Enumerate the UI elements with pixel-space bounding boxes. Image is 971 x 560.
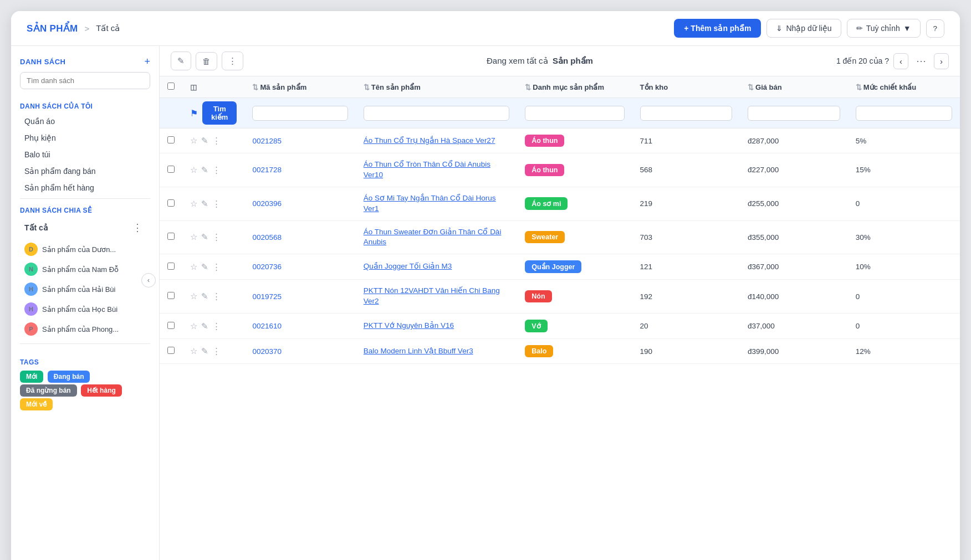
shared-item-phong[interactable]: P Sản phẩm của Phong... [20,319,150,339]
delete-button[interactable]: 🗑 [196,52,217,70]
row-checkbox-4[interactable] [167,263,175,270]
col-price[interactable]: ⇅Giá bán [740,76,848,98]
more-row-icon[interactable]: ⋮ [212,165,221,175]
product-code-cell: 0021728 [244,153,355,187]
add-list-button[interactable]: + [144,56,150,68]
filter-stock-input[interactable] [640,106,732,121]
sidebar-item-dang-ban[interactable]: Sản phẩm đang bán [20,163,150,179]
more-row-icon[interactable]: ⋮ [212,262,221,272]
edit-row-icon[interactable]: ✎ [201,262,208,272]
product-name-link[interactable]: Balo Modern Linh Vật Bbuff Ver3 [364,347,473,355]
sidebar-item-het-hang[interactable]: Sản phẩm hết hàng [20,179,150,196]
row-checkbox-6[interactable] [167,322,175,329]
edit-row-icon[interactable]: ✎ [201,165,208,175]
product-name-link[interactable]: Áo Thun Cổ Trụ Ngắn Hà Space Ver27 [364,136,495,145]
edit-row-icon[interactable]: ✎ [201,136,208,146]
edit-row-icon[interactable]: ✎ [201,291,208,301]
star-icon[interactable]: ☆ [190,291,197,301]
row-checkbox-1[interactable] [167,166,175,173]
row-checkbox-0[interactable] [167,136,175,143]
filter-code-input[interactable] [252,106,347,121]
sidebar-item-quan-ao[interactable]: Quần áo [20,113,150,130]
edit-row-icon[interactable]: ✎ [201,232,208,242]
sidebar-item-phu-kien[interactable]: Phụ kiện [20,130,150,146]
pagination-info: 1 đến 20 của ? [836,56,889,65]
more-row-icon[interactable]: ⋮ [212,291,221,301]
add-product-button[interactable]: + Thêm sản phẩm [674,19,761,38]
sidebar-collapse-button[interactable]: ‹ [141,273,156,287]
edit-row-icon[interactable]: ✎ [201,199,208,209]
pagination-prev-button[interactable]: ‹ [893,53,908,69]
more-row-icon[interactable]: ⋮ [212,232,221,242]
edit-row-icon[interactable]: ✎ [201,346,208,356]
more-options-button[interactable]: ⋮ [222,52,243,70]
col-product-code[interactable]: ⇅Mã sản phẩm [244,76,355,98]
search-filter-button[interactable]: Tìm kiếm [202,101,237,125]
more-row-icon[interactable]: ⋮ [212,346,221,356]
search-list-input[interactable] [20,72,150,89]
product-name-link[interactable]: Áo Thun Cổ Tròn Thân Cổ Dài Anubis Ver10 [364,160,490,179]
tag-stopped[interactable]: Đã ngừng bán [20,384,77,397]
col-product-name[interactable]: ⇅Tên sản phẩm [356,76,518,98]
product-name-link[interactable]: Áo Thun Sweater Đơn Giản Thân Cổ Dài Anu… [364,228,502,246]
more-row-icon[interactable]: ⋮ [212,136,221,146]
product-name-link[interactable]: Quần Jogger Tối Giản M3 [364,262,452,270]
edit-button[interactable]: ✎ [171,52,191,70]
sidebar-item-balo-tui[interactable]: Balo túi [20,146,150,163]
product-price-cell: đ37,000 [740,314,848,339]
select-all-checkbox[interactable] [167,83,175,90]
import-data-button[interactable]: ⇓ Nhập dữ liệu [766,19,841,38]
shared-item-duon[interactable]: D Sản phẩm của Dươn... [20,239,150,259]
filter-discount-input[interactable] [856,106,952,121]
product-name-link[interactable]: PKTT Vớ Nguyên Bản V16 [364,321,454,330]
col-discount[interactable]: ⇅Mức chiết khấu [848,76,960,98]
row-checkbox-5[interactable] [167,292,175,299]
row-checkbox-cell [160,129,182,153]
star-icon[interactable]: ☆ [190,346,197,356]
star-icon[interactable]: ☆ [190,262,197,272]
filter-category-input[interactable] [525,106,624,121]
tag-new[interactable]: Mới [20,371,43,383]
tag-newcome[interactable]: Mới về [20,398,53,410]
pagination-more-button[interactable]: ⋯ [913,54,929,68]
row-checkbox-2[interactable] [167,199,175,207]
product-code-link[interactable]: 0020370 [252,347,282,356]
pagination-next-button[interactable]: › [934,53,949,69]
tag-selling[interactable]: Đang bán [48,371,90,383]
product-name-link[interactable]: Áo Sơ Mi Tay Ngắn Thân Cổ Dài Horus Ver1 [364,194,496,213]
product-code-link[interactable]: 0021285 [252,137,282,145]
shared-all-more-button[interactable]: ⋮ [129,220,146,235]
product-code-link[interactable]: 0020396 [252,199,282,208]
star-icon[interactable]: ☆ [190,165,197,175]
shared-item-hai[interactable]: H Sản phẩm của Hải Bùi [20,279,150,299]
more-row-icon[interactable]: ⋮ [212,321,221,331]
tag-outstock[interactable]: Hết hàng [81,384,122,397]
shared-item-hoc[interactable]: H Sản phẩm của Học Bùi [20,299,150,319]
star-icon[interactable]: ☆ [190,232,197,242]
product-code-link[interactable]: 0021728 [252,166,282,174]
edit-row-icon[interactable]: ✎ [201,321,208,331]
product-name-link[interactable]: PKTT Nón 12VAHDT Văn Hiến Chi Bang Ver2 [364,286,500,305]
help-button[interactable]: ? [926,19,944,38]
product-code-link[interactable]: 0020568 [252,233,282,242]
avatar-hai: H [24,282,38,296]
customize-button[interactable]: ✏ Tuỳ chỉnh ▼ [847,19,921,38]
row-actions-cell: ☆ ✎ ⋮ [182,153,244,187]
star-icon[interactable]: ☆ [190,321,197,331]
product-code-link[interactable]: 0021610 [252,322,282,330]
row-checkbox-cell [160,314,182,339]
product-code-link[interactable]: 0020736 [252,263,282,271]
star-icon[interactable]: ☆ [190,136,197,146]
star-icon[interactable]: ☆ [190,199,197,209]
shared-all-item[interactable]: Tất cả ⋮ [20,217,150,238]
product-category-cell: Sweater [517,220,632,254]
shared-item-nam[interactable]: N Sản phẩm của Nam Đỗ [20,259,150,279]
more-row-icon[interactable]: ⋮ [212,199,221,209]
filter-name-input[interactable] [364,106,510,121]
grid-view-icon: ◫ [190,83,197,91]
row-checkbox-7[interactable] [167,347,175,354]
filter-price-input[interactable] [748,106,840,121]
col-category[interactable]: ⇅Danh mục sản phẩm [517,76,632,98]
product-code-link[interactable]: 0019725 [252,292,282,301]
row-checkbox-3[interactable] [167,233,175,240]
